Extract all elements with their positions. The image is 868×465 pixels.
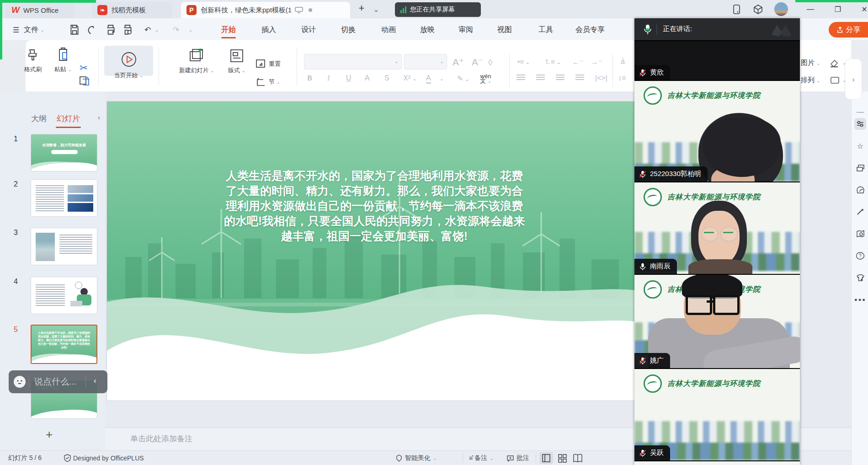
- view-normal-selected[interactable]: [539, 452, 553, 464]
- help-icon[interactable]: ?: [854, 250, 866, 262]
- menu-tab-insert[interactable]: 插入: [260, 23, 278, 37]
- menu-tab-tools[interactable]: 工具: [537, 23, 555, 37]
- object-properties-icon[interactable]: [854, 118, 866, 130]
- font-name-combobox[interactable]: ⌄: [304, 54, 402, 69]
- section-button[interactable]: 节 ⌄: [256, 77, 280, 87]
- collapse-ribbon-handle[interactable]: ›: [845, 59, 862, 100]
- align-left-icon[interactable]: [517, 74, 525, 82]
- export-icon[interactable]: [88, 24, 100, 36]
- more-tools-icon[interactable]: ●●●: [854, 294, 866, 305]
- tab-list-chevron[interactable]: ⌄: [370, 4, 382, 15]
- shape-outline-icon[interactable]: [829, 75, 841, 86]
- slide-thumbnail-1[interactable]: 水润青春，助力可持续发展: [31, 134, 97, 171]
- chat-input-placeholder[interactable]: 说点什么...: [34, 376, 76, 388]
- undo-icon[interactable]: ↶: [142, 24, 154, 36]
- shape-fill-chevron[interactable]: ⌄: [842, 60, 846, 65]
- comment-button[interactable]: 批注: [506, 454, 529, 462]
- print-preview-icon[interactable]: [122, 24, 133, 36]
- highlight-pen-icon[interactable]: ✎ ⌄: [457, 74, 469, 83]
- redo-icon[interactable]: ↷: [170, 24, 182, 36]
- align-center-icon[interactable]: [536, 74, 545, 82]
- bullet-list-icon[interactable]: •≡ ⌄: [517, 58, 530, 65]
- superscript-icon[interactable]: X² ⌄: [403, 74, 416, 82]
- pinyin-guide-icon[interactable]: wén文 ⌄: [480, 74, 491, 84]
- start-from-current-page-button[interactable]: 当页开始 ⌄: [104, 50, 153, 80]
- format-painter-button[interactable]: 格式刷: [20, 48, 46, 74]
- strikethrough-icon[interactable]: S: [384, 74, 389, 82]
- increase-font-icon[interactable]: A⁺: [453, 57, 464, 68]
- docer-resource-icon[interactable]: [854, 184, 866, 196]
- close-button[interactable]: ✕: [858, 4, 868, 15]
- tab-outline[interactable]: 大纲: [31, 113, 47, 124]
- font-color-icon[interactable]: A: [426, 74, 431, 84]
- quickbar-chevron[interactable]: ⌄: [187, 24, 194, 36]
- emoji-icon[interactable]: [14, 376, 26, 388]
- undo-chevron[interactable]: ⌄: [154, 24, 160, 36]
- add-slide-button[interactable]: +: [46, 428, 53, 442]
- smart-beautify-button[interactable]: 智能美化⌄: [395, 454, 437, 462]
- bold-icon[interactable]: B: [307, 74, 312, 82]
- copy-icon[interactable]: [79, 75, 91, 87]
- increase-indent-icon[interactable]: →⁻: [591, 58, 602, 66]
- apps-cube-icon[interactable]: [753, 4, 763, 15]
- user-avatar[interactable]: [774, 2, 788, 16]
- new-slide-button[interactable]: 新建幻灯片 ⌄: [175, 48, 218, 75]
- font-color-chevron[interactable]: ⌄: [440, 74, 443, 82]
- video-tile-nanyuchen[interactable]: 吉林大学新能源与环境学院 南雨辰: [634, 182, 800, 274]
- char-strike-icon[interactable]: A: [365, 74, 370, 82]
- video-tile-guobaiming[interactable]: 吉林大学新能源与环境学院 25220330郭柏明: [634, 80, 800, 182]
- menu-tab-animation[interactable]: 动画: [379, 23, 398, 37]
- collapse-sidebar-chevron[interactable]: ‹: [98, 113, 100, 121]
- notes-button[interactable]: ≡̌备注⌄: [469, 454, 494, 462]
- numbered-list-icon[interactable]: ⒈≡ ⌄: [544, 58, 560, 66]
- menu-tab-home[interactable]: 开始: [219, 23, 238, 37]
- file-menu[interactable]: 文件 ⌄: [22, 23, 46, 37]
- skin-theme-icon[interactable]: [854, 272, 866, 283]
- menu-tab-design[interactable]: 设计: [299, 23, 318, 37]
- layout-button[interactable]: 版式 ⌄: [223, 48, 250, 75]
- shape-outline-chevron[interactable]: ⌄: [842, 78, 846, 83]
- paste-button[interactable]: 粘贴 ⌄: [50, 47, 76, 74]
- view-grid-button[interactable]: [557, 453, 568, 465]
- slide-thumbnail-2[interactable]: [31, 179, 97, 217]
- slide-thumbnail-3[interactable]: [31, 228, 97, 265]
- font-size-combobox[interactable]: ⌄: [404, 54, 447, 69]
- share-button[interactable]: 分享: [829, 22, 868, 37]
- hamburger-icon[interactable]: ☰: [11, 23, 21, 37]
- reset-button[interactable]: 重置: [255, 59, 281, 69]
- cut-icon[interactable]: ✂: [79, 62, 91, 74]
- menu-tab-transition[interactable]: 切换: [339, 23, 357, 37]
- slide-thumbnail-4[interactable]: [31, 277, 97, 314]
- switch-screens-icon[interactable]: [854, 162, 866, 174]
- clear-format-icon[interactable]: ◊: [488, 58, 492, 68]
- unsaved-dot-icon[interactable]: [309, 8, 312, 12]
- video-tile-wuyue[interactable]: 吉林大学新能源与环境学院 吴跃: [634, 368, 800, 460]
- distribute-text-icon[interactable]: |<>|: [595, 74, 607, 82]
- picture-dropdown[interactable]: 图片 ⌄: [801, 59, 820, 67]
- menu-tab-slideshow[interactable]: 放映: [418, 23, 437, 37]
- menu-tab-review[interactable]: 审阅: [457, 23, 475, 37]
- slide-canvas[interactable]: 人类生活是离不开水的，国家为了合理地利用水资源，花费 了大量的时间、精力、还有财…: [107, 102, 639, 401]
- underline-icon[interactable]: U: [346, 74, 351, 82]
- effects-star-icon[interactable]: ☆: [854, 140, 866, 152]
- text-direction-icon[interactable]: ā: [621, 58, 625, 66]
- meeting-chat-bar[interactable]: 说点什么... ‹: [9, 370, 107, 393]
- device-sync-icon[interactable]: [732, 4, 742, 15]
- save-icon[interactable]: [69, 24, 80, 36]
- italic-icon[interactable]: I: [327, 74, 330, 82]
- line-spacing-icon[interactable]: ↕≡: [618, 74, 626, 82]
- print-icon[interactable]: [105, 24, 117, 36]
- video-tile-partial[interactable]: 新能源与环境学院: [634, 460, 800, 465]
- menu-tab-view[interactable]: 视图: [495, 23, 514, 37]
- arrange-dropdown[interactable]: 排列 ⌄: [801, 76, 820, 85]
- tab-docer-templates[interactable]: ❧ 找稻壳模板: [92, 2, 172, 18]
- search-map-icon[interactable]: [854, 228, 866, 240]
- magic-wand-icon[interactable]: [854, 206, 866, 218]
- decrease-indent-icon[interactable]: ←⁻: [572, 58, 583, 66]
- tab-current-document[interactable]: P 创新科技，绿色未来ppt模板(1: [181, 2, 350, 18]
- new-tab-button[interactable]: +: [356, 3, 367, 14]
- slide-thumbnail-5-selected[interactable]: 人类生活是离不开水的，国家为了合理地利用水资源，花费了大量的时间、精力、还有财力…: [31, 325, 97, 364]
- decrease-font-icon[interactable]: A⁻: [472, 57, 483, 68]
- align-right-icon[interactable]: [556, 74, 564, 82]
- view-reading-button[interactable]: [572, 453, 583, 465]
